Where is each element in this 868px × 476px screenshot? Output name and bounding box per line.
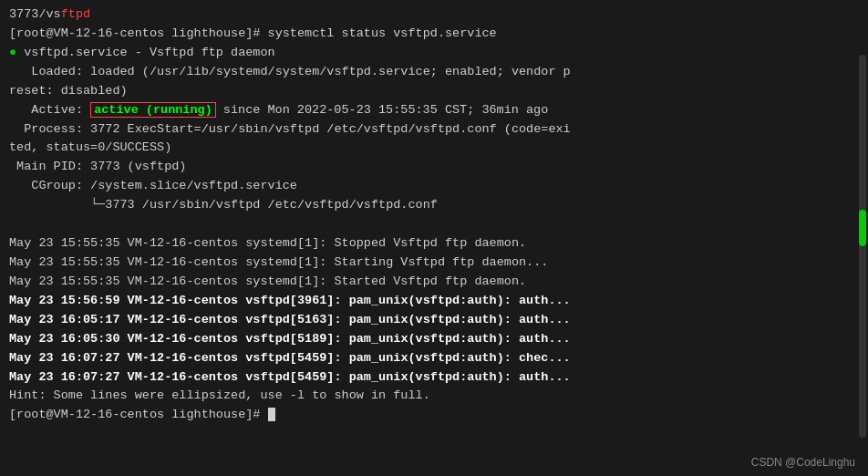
command-line: [root@VM-12-16-centos lighthouse]# syste… xyxy=(9,25,859,44)
loaded-line: Loaded: loaded (/usr/lib/systemd/system/… xyxy=(9,63,859,82)
log-line-6: May 23 16:05:30 VM-12-16-centos vsftpd[5… xyxy=(9,330,859,349)
log-line-1: May 23 15:55:35 VM-12-16-centos systemd[… xyxy=(9,234,859,254)
hint-line: Hint: Some lines were ellipsized, use -l… xyxy=(9,387,859,406)
log-line-5: May 23 16:05:17 VM-12-16-centos vsftpd[5… xyxy=(9,311,859,330)
watermark: CSDN @CodeLinghu xyxy=(751,456,855,469)
scrollbar-thumb[interactable] xyxy=(859,210,866,246)
line-prev: 3773/vsftpd xyxy=(9,5,859,25)
prompt-line: [root@VM-12-16-centos lighthouse]# xyxy=(9,406,859,425)
service-name-line: ● vsftpd.service - Vsftpd ftp daemon xyxy=(9,44,859,63)
mainpid-line: Main PID: 3773 (vsftpd) xyxy=(9,158,859,177)
log-line-7: May 23 16:07:27 VM-12-16-centos vsftpd[5… xyxy=(9,349,859,368)
log-line-4: May 23 15:56:59 VM-12-16-centos vsftpd[3… xyxy=(9,292,859,311)
active-line: Active: active (running) since Mon 2022-… xyxy=(9,101,859,120)
log-line-8: May 23 16:07:27 VM-12-16-centos vsftpd[5… xyxy=(9,368,859,388)
log-line-2: May 23 15:55:35 VM-12-16-centos systemd[… xyxy=(9,254,859,273)
log-line-3: May 23 15:55:35 VM-12-16-centos systemd[… xyxy=(9,273,859,292)
blank-line xyxy=(9,215,859,234)
scrollbar[interactable] xyxy=(859,55,866,438)
loaded-line2: reset: disabled) xyxy=(9,82,859,101)
process-line2: ted, status=0/SUCCESS) xyxy=(9,139,859,158)
active-status: active (running) xyxy=(90,102,216,118)
cgroup-line2: └─3773 /usr/sbin/vsftpd /etc/vsftpd/vsft… xyxy=(9,196,859,215)
cgroup-line: CGroup: /system.slice/vsftpd.service xyxy=(9,177,859,196)
terminal: 3773/vsftpd [root@VM-12-16-centos lighth… xyxy=(0,0,868,476)
process-line: Process: 3772 ExecStart=/usr/sbin/vsftpd… xyxy=(9,120,859,140)
